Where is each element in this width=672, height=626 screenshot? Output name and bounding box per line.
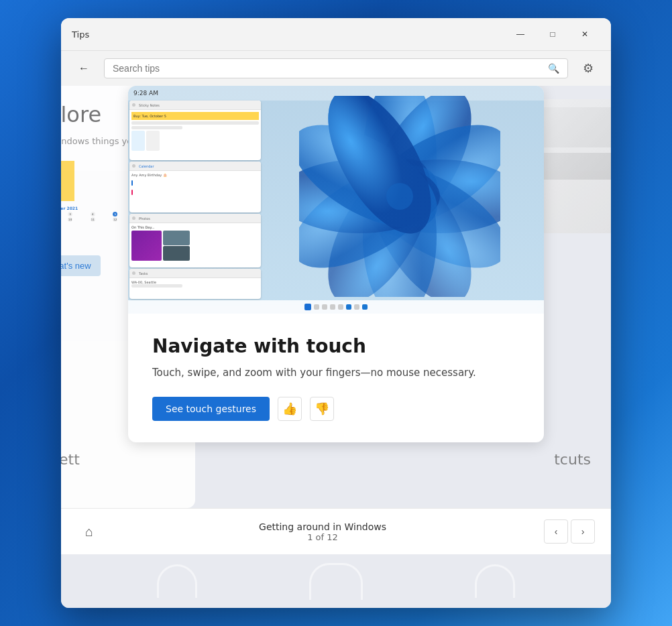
home-button[interactable]: ⌂ — [77, 519, 101, 544]
close-button[interactable]: ✕ — [569, 23, 600, 45]
see-whats-new-button[interactable]: See what's new — [61, 255, 101, 276]
bg-card-bottom-right: tcuts — [554, 451, 591, 468]
title-bar: Tips — □ ✕ — [61, 18, 611, 51]
mini-win-1: Sticky Notes Buy: Tue, October 5 — [129, 101, 261, 160]
card-description: Touch, swipe, and zoom with your fingers… — [152, 365, 520, 381]
shape-handle-right — [475, 564, 515, 598]
taskbar-start — [304, 304, 311, 310]
windows-screenshot: 9:28 AM Sticky Notes Buy: Tue, October 5 — [128, 86, 544, 314]
card-content: Navigate with touch Touch, swipe, and zo… — [128, 314, 544, 442]
minimize-button[interactable]: — — [505, 23, 536, 45]
taskbar-search — [314, 304, 319, 310]
sticky-note: Note Buy groceriesCall dentistPick up ki… — [61, 161, 74, 201]
taskbar-widgets — [330, 304, 335, 310]
device-illustration-bottom — [539, 153, 611, 180]
thumbs-up-icon: 👍 — [282, 401, 297, 416]
taskbar-edge — [346, 304, 351, 310]
toolbar: ← 🔍 ⚙ — [61, 51, 611, 86]
bottom-shapes — [61, 554, 611, 608]
thumbs-up-button[interactable]: 👍 — [278, 397, 302, 421]
mini-win-4: Tasks WA-00, Seattle — [129, 269, 261, 299]
maximize-button[interactable]: □ — [537, 23, 568, 45]
thumbs-down-icon: 👎 — [315, 401, 329, 416]
next-button[interactable]: › — [571, 519, 595, 544]
search-input[interactable] — [113, 63, 543, 74]
window-title: Tips — [72, 29, 505, 40]
screenshot-taskbar-bottom — [128, 300, 544, 314]
search-icon: 🔍 — [548, 63, 559, 74]
flower-svg — [299, 96, 500, 297]
taskbar-file-explorer — [354, 304, 359, 310]
nav-arrows: ‹ › — [544, 519, 595, 544]
window-controls: — □ ✕ — [505, 23, 600, 45]
bg-card-bottom-left: Gett — [61, 451, 80, 468]
mini-win-3: Photos On This Day... — [129, 214, 261, 267]
nav-section-title: Getting around in Windows — [259, 521, 386, 532]
mini-windows-panel: Sticky Notes Buy: Tue, October 5 — [128, 86, 262, 300]
nav-page-indicator: 1 of 12 — [259, 532, 386, 542]
shape-handle-left — [157, 564, 197, 598]
back-button[interactable]: ← — [72, 56, 96, 80]
tips-window: Tips — □ ✕ ← 🔍 ⚙ Explore A new Windows t… — [61, 18, 611, 608]
shape-handle-center — [309, 563, 363, 600]
search-bar[interactable]: 🔍 — [104, 58, 568, 78]
home-icon: ⌂ — [85, 524, 93, 540]
taskbar-chat — [338, 304, 343, 310]
settings-button[interactable]: ⚙ — [576, 56, 600, 80]
bottom-navigation: ⌂ Getting around in Windows 1 of 12 ‹ › — [61, 508, 611, 554]
svg-point-13 — [386, 183, 413, 210]
mini-win-2: Calendar Any Amy Birthday 🎂 — [129, 162, 261, 212]
main-card: 9:28 AM Sticky Notes Buy: Tue, October 5 — [128, 86, 544, 442]
device-illustration-top — [539, 107, 611, 147]
thumbs-down-button[interactable]: 👎 — [310, 397, 334, 421]
prev-button[interactable]: ‹ — [544, 519, 568, 544]
taskbar-task-view — [322, 304, 327, 310]
content-area: Explore A new Windows things you love No… — [61, 86, 611, 508]
windows-flower-logo — [269, 92, 530, 300]
nav-center: Getting around in Windows 1 of 12 — [259, 521, 386, 542]
taskbar-store — [362, 304, 368, 310]
card-title: Navigate with touch — [152, 335, 520, 357]
card-actions: See touch gestures 👍 👎 — [152, 397, 520, 421]
see-touch-gestures-button[interactable]: See touch gestures — [152, 397, 270, 421]
